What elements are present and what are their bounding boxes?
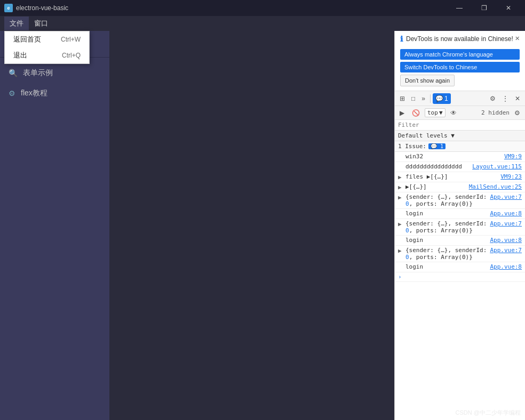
devtools-console-tab[interactable]: 💬 1	[433, 93, 451, 104]
hidden-count-badge: 2 hidden	[481, 109, 510, 116]
devtools-hidden-settings-btn[interactable]: ⚙	[512, 108, 523, 118]
expand-icon[interactable]: ▶	[398, 174, 403, 181]
sidebar-label-forms: 表单示例	[23, 68, 53, 78]
title-bar: e electron-vue-basic — ❒ ✕	[0, 0, 525, 16]
menu-bar: 文件 窗口 返回首页 Ctrl+W 退出 Ctrl+Q	[0, 16, 525, 31]
dropdown-shortcut-quit: Ctrl+Q	[62, 52, 81, 59]
close-button[interactable]: ✕	[496, 0, 521, 16]
devtools-toolbar2: ▶ 🚫 top ▼ 👁 2 hidden ⚙	[395, 106, 525, 120]
issue-badge: 💬 1	[428, 143, 446, 149]
sidebar-item-flex[interactable]: ⚙ flex教程	[0, 83, 109, 103]
devtools-select-btn[interactable]: ⊞	[397, 93, 408, 104]
toolbar-separator	[430, 94, 431, 103]
notification-text: ℹ DevTools is now available in Chinese!	[400, 35, 513, 43]
console-icon: 💬	[435, 95, 443, 102]
window-controls: — ❒ ✕	[447, 0, 521, 16]
file-dropdown: 返回首页 Ctrl+W 退出 Ctrl+Q	[4, 31, 90, 64]
expand-icon[interactable]: ▶	[398, 247, 403, 254]
expand-icon[interactable]: ▶	[398, 184, 403, 191]
frame-selector[interactable]: top ▼	[425, 108, 446, 117]
log-entry: ▶ login App.vue:8	[395, 236, 525, 246]
issue-icon: 💬	[431, 143, 437, 149]
devtools-eye-btn[interactable]: 👁	[448, 108, 459, 118]
log-entry: ›	[395, 272, 525, 282]
filter-bar	[395, 120, 525, 131]
dropdown-label-home: 返回首页	[13, 35, 41, 44]
devtools-more-btn[interactable]: ⋮	[499, 93, 511, 104]
log-entry: ▶ ▶[{…}] MailSend.vue:25	[395, 182, 525, 192]
frame-label: top	[427, 109, 438, 116]
dont-show-again-button[interactable]: Don't show again	[400, 75, 455, 86]
match-language-button[interactable]: Always match Chrome's language	[400, 49, 520, 60]
log-entry: ▶ dddddddddddddddd Layout.vue:115	[395, 162, 525, 172]
default-levels-label: Default levels ▼	[398, 132, 455, 139]
log-entry: ▶ win32 VM9:9	[395, 152, 525, 162]
dropdown-item-quit[interactable]: 退出 Ctrl+Q	[5, 47, 89, 63]
devtools-notification: ℹ DevTools is now available in Chinese! …	[395, 31, 525, 91]
sidebar-item-forms[interactable]: 🔍 表单示例	[0, 63, 109, 83]
devtools-close-btn[interactable]: ✕	[512, 93, 523, 104]
log-entry: ▶ login App.vue:8	[395, 209, 525, 219]
gear-icon: ⚙	[9, 89, 15, 98]
filter-input[interactable]	[398, 122, 522, 128]
sidebar-label-flex: flex教程	[21, 88, 47, 98]
issues-label: 1 Issue:	[398, 143, 426, 150]
log-entry: ▶ {sender: {…}, senderId: 0, ports: Arra…	[395, 192, 525, 209]
restore-button[interactable]: ❒	[472, 0, 496, 16]
dropdown-shortcut-home: Ctrl+W	[61, 36, 81, 43]
default-levels-bar[interactable]: Default levels ▼	[395, 131, 525, 141]
dropdown-label-quit: 退出	[13, 51, 27, 60]
log-entry: ▶ {sender: {…}, senderId: 0, ports: Arra…	[395, 219, 525, 236]
expand-icon[interactable]: ▶	[398, 221, 403, 228]
devtools-panel: ℹ DevTools is now available in Chinese! …	[394, 31, 525, 420]
issues-bar: 1 Issue: 💬 1	[395, 141, 525, 152]
devtools-toolbar: ⊞ □ » 💬 1 ⚙ ⋮ ✕	[395, 91, 525, 106]
menu-window[interactable]: 窗口	[29, 17, 53, 30]
notification-close-icon[interactable]: ✕	[515, 34, 520, 42]
switch-to-chinese-button[interactable]: Switch DevTools to Chinese	[400, 62, 520, 72]
watermark: CSDN @中二少年学编程	[456, 409, 521, 417]
devtools-clear-btn[interactable]: 🚫	[409, 108, 423, 118]
sidebar-nav: 🔍 表单示例 ⚙ flex教程	[0, 58, 109, 109]
devtools-settings-btn[interactable]: ⚙	[487, 93, 498, 104]
window-title: electron-vue-basic	[16, 4, 447, 12]
devtools-create-context-btn[interactable]: ▶	[397, 108, 407, 118]
menu-file[interactable]: 文件	[4, 17, 29, 30]
issue-count: 1	[440, 143, 443, 149]
console-log-area: ▶ win32 VM9:9 ▶ dddddddddddddddd Layout.…	[395, 152, 525, 420]
log-entry: ▶ login App.vue:8	[395, 262, 525, 272]
main-layout: 🔍 表单示例 ⚙ flex教程 ℹ DevTools is now availa…	[0, 31, 525, 420]
console-chevron-icon[interactable]: ›	[398, 273, 402, 280]
app-icon: e	[4, 4, 13, 12]
expand-icon[interactable]: ▶	[398, 194, 403, 201]
devtools-device-btn[interactable]: □	[409, 93, 418, 104]
search-icon: 🔍	[9, 69, 18, 77]
content-area: ℹ DevTools is now available in Chinese! …	[109, 31, 525, 420]
devtools-more-tabs-btn[interactable]: »	[419, 93, 428, 104]
sidebar: 🔍 表单示例 ⚙ flex教程	[0, 31, 109, 420]
minimize-button[interactable]: —	[447, 0, 472, 16]
dropdown-arrow-icon: ▼	[439, 109, 443, 116]
info-icon: ℹ	[400, 35, 403, 43]
log-entry: ▶ files ▶[{…}] VM9:23	[395, 172, 525, 182]
dropdown-item-home[interactable]: 返回首页 Ctrl+W	[5, 31, 89, 47]
log-entry: ▶ {sender: {…}, senderId: 0, ports: Arra…	[395, 246, 525, 262]
